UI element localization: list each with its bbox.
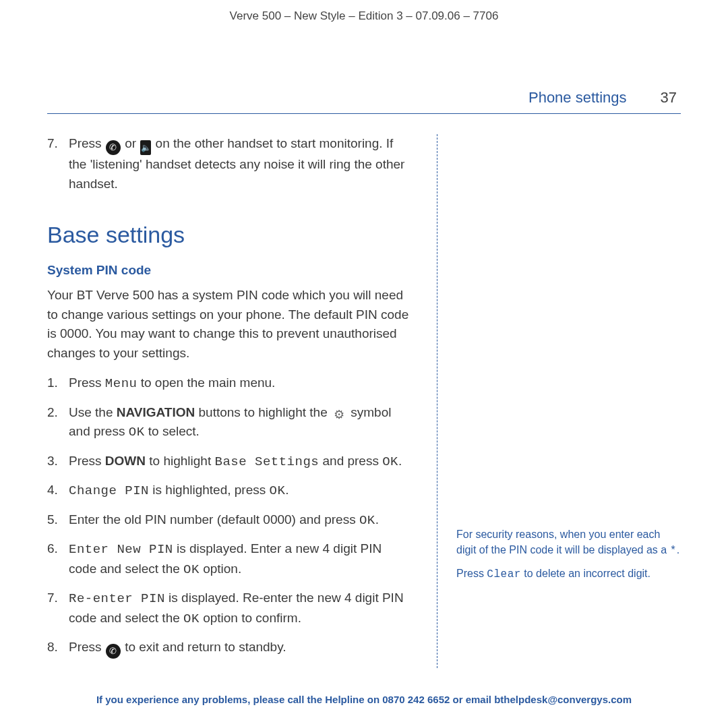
intro-paragraph: Your BT Verve 500 has a system PIN code … xyxy=(47,286,410,363)
side-note-p2: Press Clear to delete an incorrect digit… xyxy=(456,566,681,582)
lcd-ok: OK xyxy=(183,562,200,577)
step-7: Re-enter PIN is displayed. Re-enter the … xyxy=(47,589,410,628)
continued-step-list: Press ✆ or 🔈 on the other handset to sta… xyxy=(47,134,410,193)
step-2: Use the NAVIGATION buttons to highlight … xyxy=(47,403,410,442)
speaker-icon: 🔈 xyxy=(140,140,151,155)
lcd-ok: OK xyxy=(129,425,145,440)
page-number: 37 xyxy=(661,89,681,107)
lcd-menu: Menu xyxy=(105,376,138,391)
side-note: For security reasons, when you enter eac… xyxy=(456,527,681,583)
talk-icon: ✆ xyxy=(106,140,121,155)
step-3: Press DOWN to highlight Base Settings an… xyxy=(47,452,410,472)
step-8: Press ✆ to exit and return to standby. xyxy=(47,638,410,659)
lcd-change-pin: Change PIN xyxy=(69,483,149,498)
step-1: Press Menu to open the main menu. xyxy=(47,373,410,394)
section-header: Phone settings 37 xyxy=(47,28,681,114)
step-7-monitoring: Press ✆ or 🔈 on the other handset to sta… xyxy=(47,134,410,193)
down-bold: DOWN xyxy=(105,454,146,468)
lcd-ok: OK xyxy=(382,454,398,469)
main-column: Press ✆ or 🔈 on the other handset to sta… xyxy=(47,134,437,668)
lcd-ok: OK xyxy=(270,483,286,498)
pin-steps: Press Menu to open the main menu. Use th… xyxy=(47,373,410,659)
side-note-p1: For security reasons, when you enter eac… xyxy=(456,527,681,559)
side-column: For security reasons, when you enter eac… xyxy=(437,134,681,668)
lcd-ok: OK xyxy=(359,513,375,528)
lcd-base-settings: Base Settings xyxy=(214,454,319,469)
lcd-star: * xyxy=(670,545,677,557)
section-title: Phone settings xyxy=(528,89,627,107)
subheading-system-pin: System PIN code xyxy=(47,263,410,278)
doc-header: Verve 500 – New Style – Edition 3 – 07.0… xyxy=(47,0,681,28)
talk-icon: ✆ xyxy=(106,644,121,659)
lcd-reenter-pin: Re-enter PIN xyxy=(69,591,165,606)
settings-gear-icon: ⚙ xyxy=(331,408,347,421)
footer-helpline: If you experience any problems, please c… xyxy=(0,694,728,705)
lcd-enter-new-pin: Enter New PIN xyxy=(69,542,173,557)
step-6: Enter New PIN is displayed. Enter a new … xyxy=(47,539,410,579)
heading-base-settings: Base settings xyxy=(47,222,410,248)
lcd-ok: OK xyxy=(183,611,200,626)
step-5: Enter the old PIN number (default 0000) … xyxy=(47,510,410,531)
lcd-clear: Clear xyxy=(487,568,521,580)
step-4: Change PIN is highlighted, press OK. xyxy=(47,481,410,501)
navigation-bold: NAVIGATION xyxy=(117,405,195,419)
